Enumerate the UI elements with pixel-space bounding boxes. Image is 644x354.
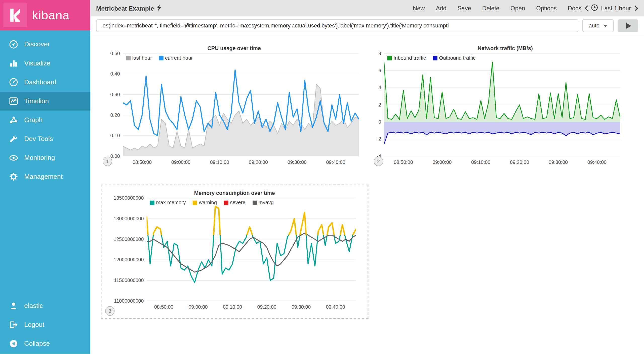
chart-badge: 2 <box>374 157 383 166</box>
sidebar-item-discover[interactable]: Discover <box>0 35 90 54</box>
sidebar-item-management[interactable]: Management <box>0 167 90 186</box>
y-axis: 1100000000011500000000120000000001250000… <box>104 198 147 301</box>
y-tick-label: 0.20 <box>110 112 120 118</box>
sidebar-item-dev-tools[interactable]: Dev Tools <box>0 129 90 148</box>
y-tick-label: 0.10 <box>110 133 120 138</box>
y-axis: 0.000.100.200.300.400.50 <box>101 53 123 156</box>
sidebar-item-graph[interactable]: Graph <box>0 111 90 129</box>
chart-body: 0.000.100.200.300.400.50 last hourcurren… <box>101 53 368 167</box>
menu-item-save[interactable]: Save <box>458 5 471 12</box>
x-tick-label: 08:50:00 <box>394 159 413 165</box>
legend-label: Outbound traffic <box>439 55 475 61</box>
x-axis: 08:50:0009:00:0009:10:0009:20:0009:30:00… <box>384 156 639 167</box>
run-query-button[interactable] <box>618 19 638 32</box>
sidebar-nav: Discover Visualize Dashboard Timelion <box>0 35 90 186</box>
graph-icon <box>9 116 18 125</box>
x-tick-label: 09:40:00 <box>326 304 345 310</box>
legend: Inbound trafficOutbound traffic <box>387 55 482 61</box>
chart-memory-consumption-selected[interactable]: Memory consumption over time 11000000000… <box>101 185 368 319</box>
kibana-logo[interactable]: kibana <box>0 0 90 30</box>
y-tick-label: 0 <box>378 119 381 125</box>
x-tick-label: 09:30:00 <box>288 159 307 165</box>
x-tick-label: 08:50:00 <box>133 159 152 165</box>
legend-swatch-icon <box>387 56 392 60</box>
x-tick-label: 09:10:00 <box>223 304 242 310</box>
wrench-icon <box>9 134 18 144</box>
time-back-button[interactable] <box>585 5 589 12</box>
menu-item-open[interactable]: Open <box>510 5 525 12</box>
sidebar-item-dashboard[interactable]: Dashboard <box>0 73 90 92</box>
y-tick-label: 11500000000 <box>114 277 144 283</box>
menu-item-options[interactable]: Options <box>536 5 557 12</box>
x-tick-label: 09:00:00 <box>171 159 190 165</box>
x-tick-label: 09:00:00 <box>432 159 452 165</box>
y-tick-label: 0.30 <box>110 92 120 97</box>
x-tick-label: 09:10:00 <box>210 159 229 165</box>
y-tick-label: -2 <box>377 136 381 142</box>
kibana-logo-text: kibana <box>32 8 69 22</box>
x-tick-label: 09:30:00 <box>292 304 311 310</box>
legend-label: mvavg <box>259 200 274 205</box>
x-axis: 08:50:0009:00:0009:10:0009:20:0009:30:00… <box>147 301 365 311</box>
sidebar-item-user-elastic[interactable]: elastic <box>0 296 90 315</box>
x-tick-label: 08:50:00 <box>154 304 173 310</box>
eye-icon <box>9 153 18 162</box>
legend-label: last hour <box>132 55 152 61</box>
time-picker[interactable]: Last 1 hour <box>591 4 631 12</box>
sidebar-item-label: Graph <box>24 116 43 124</box>
time-range-label: Last 1 hour <box>601 5 631 12</box>
x-tick-label: 09:10:00 <box>471 159 490 165</box>
sidebar-item-monitoring[interactable]: Monitoring <box>0 148 90 167</box>
legend-swatch-icon <box>433 56 437 60</box>
sidebar-item-collapse[interactable]: Collapse <box>0 334 90 353</box>
sidebar-item-label: Discover <box>24 41 50 48</box>
legend-item: last hour <box>126 55 152 61</box>
menu-item-new[interactable]: New <box>413 5 425 12</box>
chart-network-traffic[interactable]: Network traffic (MB/s) -4-202468 Inbound… <box>372 44 639 167</box>
y-tick-label: 12000000000 <box>114 257 144 263</box>
sidebar-item-timelion[interactable]: Timelion <box>0 92 90 111</box>
legend-swatch-icon <box>193 200 197 205</box>
sheet-title: Metricbeat Example <box>96 4 161 12</box>
chart-badge: 1 <box>103 157 112 166</box>
legend-label: Inbound traffic <box>393 55 426 61</box>
sidebar: kibana Discover Visualize Dashboard <box>0 0 90 354</box>
y-tick-label: 6 <box>378 68 381 74</box>
time-forward-button[interactable] <box>634 5 638 12</box>
timelion-expression-input[interactable] <box>96 19 578 32</box>
kibana-app: kibana Discover Visualize Dashboard <box>0 0 644 354</box>
interval-select[interactable]: auto <box>582 19 614 32</box>
dashboard-icon <box>9 78 18 87</box>
y-tick-label: 12500000000 <box>114 236 144 242</box>
legend-swatch-icon <box>224 200 228 205</box>
menu-item-add[interactable]: Add <box>436 5 446 12</box>
legend-swatch-icon <box>150 200 154 205</box>
sidebar-item-label: Visualize <box>24 60 50 67</box>
plot-area: last hourcurrent hour 08:50:0009:00:0009… <box>123 53 368 167</box>
y-tick-label: 13500000000 <box>114 195 144 201</box>
sidebar-item-visualize[interactable]: Visualize <box>0 54 90 73</box>
legend-label: current hour <box>165 55 193 61</box>
chart-body: 1100000000011500000000120000000001250000… <box>104 198 365 312</box>
y-tick-label: 4 <box>378 85 381 91</box>
menu-item-docs[interactable]: Docs <box>568 5 581 12</box>
legend-item: mvavg <box>252 200 274 205</box>
sidebar-item-label: Management <box>24 173 62 180</box>
legend-item: max memory <box>150 200 186 205</box>
legend-label: severe <box>230 200 245 205</box>
sidebar-item-logout[interactable]: Logout <box>0 315 90 334</box>
legend-swatch-icon <box>159 56 164 60</box>
plot-canvas <box>384 53 620 156</box>
timelion-icon <box>9 97 18 106</box>
plot-canvas <box>147 198 356 301</box>
play-icon <box>626 23 631 29</box>
chart-cpu-usage[interactable]: CPU usage over time 0.000.100.200.300.40… <box>101 44 368 167</box>
sidebar-bottom: elastic Logout Collapse <box>0 296 90 354</box>
chart-title: CPU usage over time <box>101 44 368 53</box>
menu-item-delete[interactable]: Delete <box>482 5 499 12</box>
sidebar-item-label: Dev Tools <box>24 135 53 143</box>
bolt-icon <box>157 4 161 12</box>
legend-item: Outbound traffic <box>433 55 475 61</box>
sidebar-item-label: Dashboard <box>24 79 56 86</box>
y-tick-label: 2 <box>378 102 381 108</box>
